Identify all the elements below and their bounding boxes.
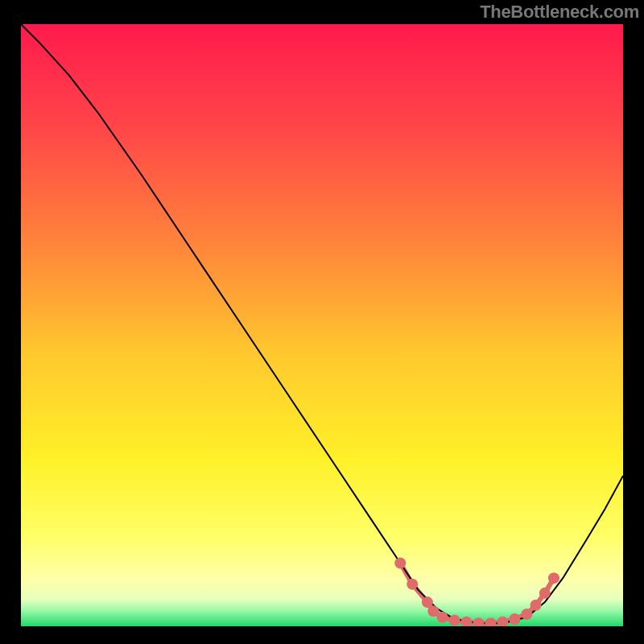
- chart-container: TheBottleneck.com: [0, 0, 644, 644]
- optimal-marker: [509, 613, 520, 625]
- optimal-marker: [539, 588, 551, 599]
- attribution-label: TheBottleneck.com: [480, 2, 639, 23]
- optimal-marker: [437, 612, 448, 623]
- plot-area: [21, 24, 623, 626]
- optimal-marker: [394, 557, 406, 568]
- bottleneck-chart: [21, 24, 623, 626]
- optimal-marker: [449, 615, 460, 626]
- gradient-background: [21, 24, 623, 626]
- optimal-marker: [407, 579, 418, 590]
- optimal-marker: [521, 609, 532, 620]
- optimal-marker: [530, 600, 542, 611]
- optimal-marker: [548, 572, 559, 584]
